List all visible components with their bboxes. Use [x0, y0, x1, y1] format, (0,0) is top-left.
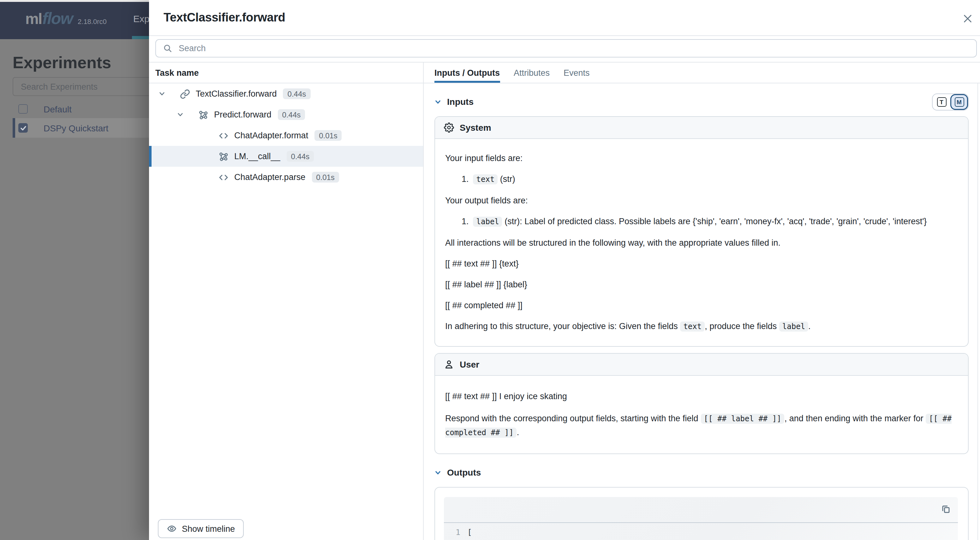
graph-icon — [218, 151, 229, 161]
version-label: 2.18.0rc0 — [78, 18, 107, 25]
nav-item-experiments[interactable]: Exp — [133, 13, 150, 24]
logo-flow-text: flow — [42, 9, 73, 29]
list-item: 1. label (str): Label of predicted class… — [445, 216, 958, 227]
task-tree-panel: Task name TextClassifier.forward 0.44s P… — [149, 62, 424, 540]
link-icon — [180, 89, 190, 99]
code-line: 1 [ — [444, 527, 958, 538]
experiments-search-input[interactable]: Search Experiments — [13, 77, 151, 96]
duration-badge: 0.44s — [287, 151, 314, 162]
outputs-card: 1 [ 2 "[[ ## label ## ]]\nNone\n\n[[ ## … — [434, 487, 969, 540]
code-line: 2 "[[ ## label ## ]]\nNone\n\n[[ ## comp… — [444, 538, 958, 540]
task-name: ChatAdapter.parse — [234, 172, 305, 182]
task-name: Predict.forward — [214, 110, 272, 119]
code-block-toolbar — [444, 497, 958, 523]
markdown-view-button[interactable]: M — [950, 94, 968, 110]
inline-code: label — [779, 322, 808, 331]
modal-title: TextClassifier.forward — [164, 11, 285, 25]
code-icon — [218, 172, 229, 182]
experiment-row-default[interactable]: Default — [13, 99, 151, 119]
system-message-card: System Your input fields are: 1. text (s… — [434, 116, 969, 347]
paragraph: Your output fields are: — [445, 195, 958, 206]
show-timeline-button[interactable]: Show timeline — [158, 519, 244, 538]
experiment-row-dspy-quickstart[interactable]: DSPy Quickstart — [13, 118, 151, 138]
outputs-section-title: Outputs — [447, 467, 481, 478]
tab-events[interactable]: Events — [563, 62, 590, 83]
paragraph: In adhering to this structure, your obje… — [445, 321, 958, 332]
tree-column-header: Task name — [149, 62, 423, 83]
outputs-card-body: 1 [ 2 "[[ ## label ## ]]\nNone\n\n[[ ## … — [435, 487, 968, 540]
chevron-down-icon — [434, 98, 441, 105]
experiment-label[interactable]: DSPy Quickstart — [44, 123, 108, 133]
text-view-button[interactable]: T — [933, 94, 950, 110]
modal-header: TextClassifier.forward — [149, 0, 980, 36]
paragraph: [[ ## text ## ]] I enjoy ice skating — [445, 390, 958, 403]
chevron-down-icon — [177, 111, 184, 118]
modal-search-row — [149, 36, 980, 62]
render-mode-toggle: T M — [932, 93, 969, 110]
inputs-section-title-row[interactable]: Inputs — [434, 97, 474, 107]
system-card-body: Your input fields are: 1. text (str) You… — [435, 139, 968, 346]
eye-icon — [167, 524, 177, 534]
nav-active-underline — [132, 36, 149, 39]
user-card-header: User — [435, 354, 968, 376]
inputs-section-header: Inputs T M — [434, 94, 969, 110]
list-item: 1. text (str) — [445, 174, 958, 185]
checkbox-unchecked[interactable] — [18, 104, 28, 114]
tree-row-predict-forward[interactable]: Predict.forward 0.44s — [149, 104, 423, 125]
inputs-section-title: Inputs — [447, 97, 474, 107]
logo-ml-text: ml — [25, 10, 42, 28]
chevron-down-icon — [159, 90, 165, 97]
check-icon — [20, 125, 26, 131]
tree-row-chatadapter-format[interactable]: ChatAdapter.format 0.01s — [149, 125, 423, 146]
duration-badge: 0.44s — [283, 88, 311, 99]
paragraph: Respond with the corresponding output fi… — [445, 412, 958, 440]
search-icon — [163, 44, 172, 53]
modal-search-box[interactable] — [155, 39, 977, 57]
outputs-section-title-row[interactable]: Outputs — [434, 467, 481, 478]
text-view-icon: T — [937, 97, 946, 107]
inline-code: label — [473, 217, 502, 227]
tab-attributes[interactable]: Attributes — [514, 62, 550, 83]
duration-badge: 0.01s — [315, 130, 342, 141]
person-icon — [444, 359, 454, 370]
copy-button[interactable] — [940, 504, 951, 514]
trace-modal: TextClassifier.forward Task name TextCla… — [149, 0, 980, 540]
close-icon — [963, 14, 972, 23]
tab-content: Inputs T M System — [424, 83, 980, 540]
markdown-view-icon: M — [955, 97, 964, 107]
chevron-down-icon — [434, 469, 441, 476]
paragraph: [[ ## label ## ]] {label} — [445, 279, 958, 290]
tree-row-textclassifier-forward[interactable]: TextClassifier.forward 0.44s — [149, 83, 423, 104]
code-block: 1 [ 2 "[[ ## label ## ]]\nNone\n\n[[ ## … — [444, 497, 958, 540]
checkbox-checked[interactable] — [18, 123, 28, 133]
user-card-body: [[ ## text ## ]] I enjoy ice skating Res… — [435, 376, 968, 454]
experiment-label[interactable]: Default — [44, 104, 72, 114]
paragraph: [[ ## text ## ]] {text} — [445, 258, 958, 269]
paragraph: Your input fields are: — [445, 153, 958, 164]
code-icon — [218, 131, 229, 140]
tree-row-chatadapter-parse[interactable]: ChatAdapter.parse 0.01s — [149, 167, 423, 188]
duration-badge: 0.01s — [312, 172, 339, 183]
show-timeline-label: Show timeline — [182, 524, 235, 534]
modal-search-input[interactable] — [177, 43, 976, 54]
task-name: LM.__call__ — [234, 151, 280, 161]
paragraph: [[ ## completed ## ]] — [445, 300, 958, 311]
tab-inputs-outputs[interactable]: Inputs / Outputs — [434, 62, 500, 83]
user-card-title: User — [460, 359, 479, 370]
duration-badge: 0.44s — [278, 109, 305, 120]
close-button[interactable] — [961, 11, 974, 25]
user-message-card: User [[ ## text ## ]] I enjoy ice skatin… — [434, 353, 969, 454]
inline-code: text — [473, 174, 498, 185]
paragraph: All interactions will be structured in t… — [445, 237, 958, 248]
system-card-title: System — [460, 123, 491, 133]
inline-code: text — [680, 322, 705, 331]
mlflow-logo: mlflow 2.18.0rc0 — [25, 9, 107, 29]
page-title: Experiments — [13, 53, 111, 73]
inline-code: [[ ## label ## ]] — [701, 414, 784, 424]
detail-panel: Inputs / Outputs Attributes Events Input… — [424, 62, 980, 540]
task-name: ChatAdapter.format — [234, 131, 308, 140]
task-name: TextClassifier.forward — [196, 89, 277, 99]
tree-row-lm-call[interactable]: LM.__call__ 0.44s — [149, 146, 423, 167]
tab-bar: Inputs / Outputs Attributes Events — [424, 62, 980, 83]
graph-icon — [198, 110, 208, 120]
